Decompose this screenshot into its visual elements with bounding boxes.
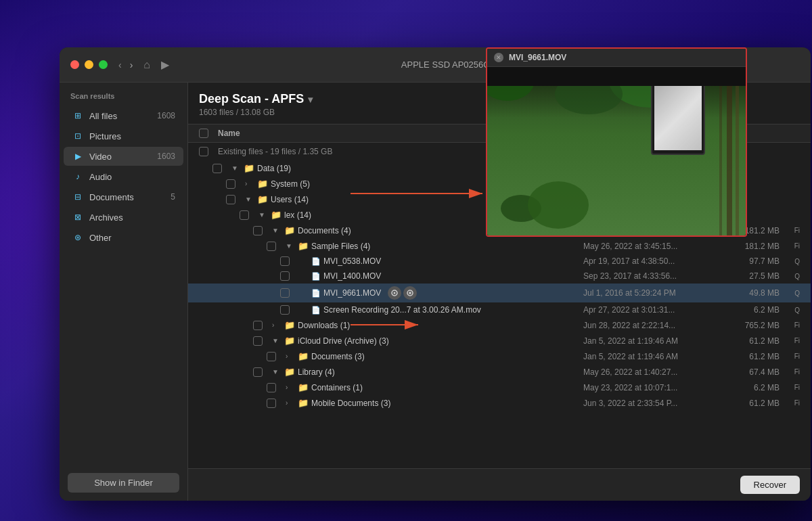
folder-icon: 📁	[298, 241, 309, 251]
row-checkbox[interactable]	[280, 305, 290, 315]
sidebar-label-pictures: Pictures	[89, 131, 121, 141]
table-row[interactable]: ▼ 📁 Sample Files (4) May 26, 2022 at 3:4…	[188, 238, 811, 254]
row-tag: Q	[780, 290, 800, 297]
row-tag: Fi	[780, 227, 800, 234]
table-row[interactable]: › 📁 Downloads (1) Jun 28, 2022 at 2:22:1…	[188, 317, 811, 333]
table-row[interactable]: ▼ 📁 Library (4) May 26, 2022 at 1:40:27.…	[188, 364, 811, 380]
row-checkbox[interactable]	[280, 271, 290, 281]
preview-button[interactable]	[388, 286, 401, 300]
preview-close-button[interactable]: ✕	[494, 53, 503, 62]
close-button[interactable]	[70, 60, 79, 69]
svg-point-1	[394, 292, 396, 294]
folder-icon: 📁	[298, 382, 309, 392]
sidebar-item-all-files[interactable]: ⊞ All files 1608	[64, 106, 183, 125]
table-row[interactable]: › 📁 Mobile Documents (3) Jun 3, 2022 at …	[188, 395, 811, 411]
row-tag: Fi	[780, 337, 800, 344]
sidebar-item-pictures[interactable]: ⊡ Pictures	[64, 127, 183, 145]
row-checkbox[interactable]	[240, 210, 249, 220]
row-date: Jul 1, 2016 at 5:29:24 PM	[583, 288, 719, 298]
row-date: Jun 3, 2022 at 2:33:54 P...	[583, 399, 719, 408]
row-tag: Fi	[780, 368, 800, 376]
recover-button[interactable]: Recover	[740, 476, 800, 494]
sidebar-item-video[interactable]: ▶ Video 1603	[64, 147, 183, 166]
select-all-checkbox[interactable]	[199, 129, 208, 138]
add-button[interactable]	[403, 286, 417, 300]
forward-arrow[interactable]: ›	[127, 58, 136, 72]
row-checkbox[interactable]	[253, 226, 263, 235]
row-date: Jan 5, 2022 at 1:19:46 AM	[583, 336, 719, 346]
row-date: May 26, 2022 at 3:45:15...	[583, 242, 719, 251]
row-date: May 26, 2022 at 1:40:27...	[583, 367, 719, 377]
row-checkbox[interactable]	[267, 352, 276, 361]
play-icon[interactable]: ▶	[161, 58, 169, 71]
sidebar-item-audio[interactable]: ♪ Audio	[64, 167, 183, 186]
expand-arrow-icon: ▼	[231, 164, 238, 172]
sidebar-item-documents[interactable]: ⊟ Documents 5	[64, 187, 183, 206]
table-row[interactable]: 📄 MVI_1400.MOV Sep 23, 2017 at 4:33:56..…	[188, 269, 811, 284]
row-tag: Fi	[780, 242, 800, 250]
sidebar-badge-documents: 5	[171, 192, 175, 202]
row-date: Sep 23, 2017 at 4:33:56...	[583, 271, 719, 281]
folder-icon: 📁	[298, 351, 309, 361]
tablet-screen	[654, 86, 702, 150]
preview-content	[487, 67, 746, 235]
sidebar: Scan results ⊞ All files 1608 ⊡ Pictures…	[60, 83, 188, 501]
folder-icon: 📁	[284, 336, 295, 346]
row-checkbox[interactable]	[253, 336, 263, 346]
table-row-selected[interactable]: 📄 MVI_9661.MOV	[188, 284, 811, 302]
row-size: 6.2 MB	[719, 383, 780, 392]
home-icon[interactable]: ⌂	[143, 59, 150, 71]
row-filename: Library (4)	[298, 367, 335, 377]
minimize-button[interactable]	[85, 60, 93, 69]
folder-icon: 📁	[284, 225, 295, 235]
row-date: Jan 5, 2022 at 1:19:46 AM	[583, 352, 719, 361]
dropdown-arrow-icon[interactable]: ▾	[308, 94, 313, 105]
show-in-finder-button[interactable]: Show in Finder	[68, 473, 179, 493]
expand-arrow-icon: ▼	[258, 211, 265, 219]
row-size: 61.2 MB	[719, 399, 780, 408]
row-checkbox[interactable]	[226, 179, 235, 189]
file-icon: 📄	[311, 306, 321, 315]
sidebar-item-other[interactable]: ⊛ Other	[64, 228, 183, 247]
table-row[interactable]: 📄 MVI_0538.MOV Apr 19, 2017 at 4:38:50..…	[188, 254, 811, 269]
audio-icon: ♪	[72, 171, 84, 183]
table-row[interactable]: › 📁 Documents (3) Jan 5, 2022 at 1:19:46…	[188, 348, 811, 364]
row-checkbox[interactable]	[280, 288, 290, 298]
other-icon: ⊛	[72, 231, 84, 244]
back-arrow[interactable]: ‹	[116, 58, 125, 72]
row-filename: Mobile Documents (3)	[311, 399, 390, 408]
expand-arrow-icon: ▼	[272, 368, 279, 376]
expand-arrow-icon: ›	[245, 180, 252, 187]
row-checkbox[interactable]	[253, 367, 263, 377]
row-actions	[388, 286, 417, 300]
folder-icon: 📁	[298, 398, 309, 408]
table-row[interactable]: › 📁 Containers (1) May 23, 2022 at 10:07…	[188, 380, 811, 395]
tablet-device-preview	[651, 81, 705, 155]
maximize-button[interactable]	[99, 60, 108, 69]
row-checkbox[interactable]	[212, 164, 222, 173]
expand-arrow-icon: ▼	[272, 337, 279, 344]
sidebar-section-title: Scan results	[60, 83, 187, 106]
row-filename: Data (19)	[257, 164, 291, 173]
table-row[interactable]: ▼ 📁 iCloud Drive (Archive) (3) Jan 5, 20…	[188, 333, 811, 348]
row-filename: System (5)	[271, 179, 310, 189]
row-checkbox[interactable]	[226, 195, 235, 204]
group-checkbox[interactable]	[199, 147, 208, 156]
row-checkbox[interactable]	[280, 256, 290, 266]
row-size: 67.4 MB	[719, 367, 780, 377]
table-row[interactable]: 📄 Screen Recording 20...7 at 3.00.26 AM.…	[188, 302, 811, 317]
row-checkbox[interactable]	[267, 242, 276, 251]
row-checkbox[interactable]	[267, 399, 276, 408]
row-checkbox[interactable]	[267, 383, 276, 392]
row-tag: Q	[780, 307, 800, 314]
sidebar-label-all-files: All files	[89, 111, 117, 121]
sidebar-footer: Show in Finder	[60, 465, 187, 501]
expand-arrow-icon: ▼	[272, 227, 279, 234]
row-size: 61.2 MB	[719, 352, 780, 361]
expand-arrow-icon: ›	[286, 384, 292, 391]
sidebar-item-archives[interactable]: ⊠ Archives	[64, 208, 183, 227]
row-filename: Downloads (1)	[298, 321, 350, 330]
row-date: Apr 19, 2017 at 4:38:50...	[583, 256, 719, 266]
row-tag: Fi	[780, 384, 800, 391]
row-checkbox[interactable]	[253, 321, 263, 330]
